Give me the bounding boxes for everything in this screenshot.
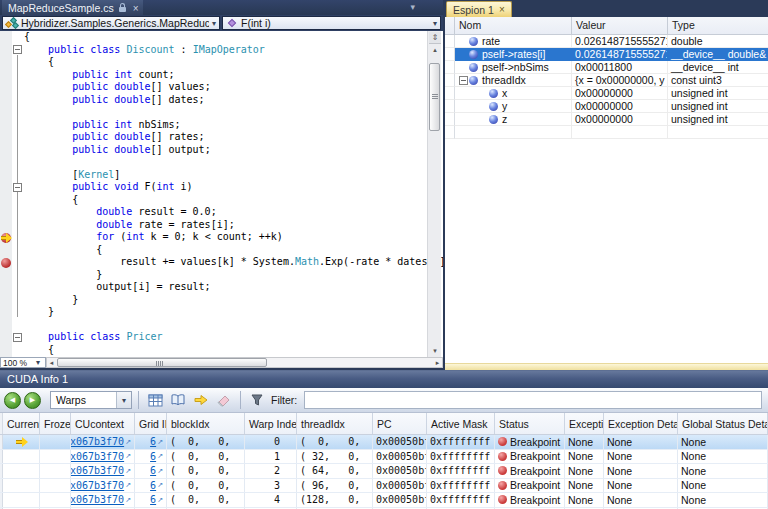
cuda-cell-pc: 0x00050bf8 bbox=[373, 464, 427, 478]
cuda-column-status[interactable]: Status bbox=[495, 413, 565, 434]
watch-row[interactable]: rate0.0261487155552715double bbox=[445, 35, 768, 48]
breakpoint-icon[interactable] bbox=[1, 258, 11, 268]
cuda-cell-mask: 0xffffffff bbox=[427, 435, 495, 449]
cuda-column-thread[interactable]: threadIdx bbox=[297, 413, 373, 434]
cuda-row[interactable]: 0x067b3f70↗6↗( 0, 0, 0)2( 64, 0, 0)0x000… bbox=[0, 464, 768, 479]
cuda-row[interactable]: 0x067b3f70↗6↗( 0, 0, 0)0( 0, 0, 0)0x0005… bbox=[0, 435, 768, 450]
cuda-column-block[interactable]: blockIdx bbox=[167, 413, 245, 434]
gridid-link[interactable]: 6 bbox=[150, 451, 156, 462]
watch-row[interactable]: y0x00000000unsigned int bbox=[445, 100, 768, 113]
goto-link-icon: ↗ bbox=[157, 452, 163, 460]
horizontal-scroll-thumb[interactable] bbox=[57, 358, 267, 367]
goto-link-icon: ↗ bbox=[157, 467, 163, 475]
watch-empty-row[interactable] bbox=[445, 126, 768, 139]
nav-forward-button[interactable]: ▶ bbox=[24, 392, 41, 409]
cuda-column-exc_details[interactable]: Exception Details bbox=[604, 413, 678, 434]
cuda-table: CurrentFrozenCUcontextGrid IDblockIdxWar… bbox=[0, 413, 768, 509]
fold-margin bbox=[12, 31, 24, 357]
scroll-up-icon[interactable]: ▴ bbox=[428, 46, 442, 54]
cuda-cell-global_details: None bbox=[678, 464, 768, 478]
vertical-scroll-thumb[interactable] bbox=[429, 63, 440, 131]
cuda-column-cucontext[interactable]: CUcontext bbox=[71, 413, 135, 434]
member-navigator-dropdown[interactable]: F(int i) ▾ bbox=[222, 16, 441, 30]
breakpoint-gutter[interactable] bbox=[0, 31, 12, 357]
editor-horizontal-scrollbar[interactable]: ◂ ▸ bbox=[46, 357, 443, 368]
watch-tab[interactable]: Espion 1 × bbox=[446, 1, 512, 17]
cuda-cell-thread: (128, 0, 0) bbox=[297, 493, 373, 507]
watch-variable-type: unsigned int bbox=[668, 87, 768, 100]
filter-input[interactable] bbox=[304, 391, 762, 409]
zoom-level-label: 100 % bbox=[3, 358, 27, 368]
cuda-row[interactable]: 0x067b3f70↗6↗( 0, 0, 0)3( 96, 0, 0)0x000… bbox=[0, 479, 768, 494]
filter-label: Filter: bbox=[271, 394, 297, 406]
cuda-column-pc[interactable]: PC bbox=[373, 413, 427, 434]
watch-row[interactable]: x0x00000000unsigned int bbox=[445, 87, 768, 100]
cucontext-link[interactable]: 0x067b3f70 bbox=[71, 451, 124, 462]
cucontext-link[interactable]: 0x067b3f70 bbox=[71, 494, 124, 505]
cuda-cell-current bbox=[3, 464, 40, 478]
cuda-cell-pc: 0x00050bf8 bbox=[373, 435, 427, 449]
book-view-button[interactable] bbox=[168, 390, 188, 410]
nav-back-button[interactable]: ◀ bbox=[4, 392, 21, 409]
cuda-column-exception[interactable]: Exception bbox=[565, 413, 604, 434]
cuda-column-global_details[interactable]: Global Status Details bbox=[678, 413, 768, 434]
watch-variable-value: 0x00011800 bbox=[572, 61, 668, 74]
watch-column-nom[interactable]: Nom bbox=[455, 17, 572, 34]
cuda-header-row: CurrentFrozenCUcontextGrid IDblockIdxWar… bbox=[0, 413, 768, 435]
watch-tab-close-icon[interactable]: × bbox=[499, 4, 505, 15]
watch-row[interactable]: threadIdx{x = 0x00000000, y = 0xconst ui… bbox=[445, 74, 768, 87]
cuda-column-grid[interactable]: Grid ID bbox=[135, 413, 167, 434]
clear-button[interactable] bbox=[214, 390, 234, 410]
editor-vertical-scrollbar[interactable]: ⇕ ▴ ▾ bbox=[427, 31, 441, 357]
cucontext-link[interactable]: 0x067b3f70 bbox=[71, 436, 124, 447]
cuda-cell-status: Breakpoint bbox=[495, 450, 565, 464]
watch-column-type[interactable]: Type bbox=[668, 17, 768, 34]
gridid-link[interactable]: 6 bbox=[150, 465, 156, 476]
cuda-info-panel: CUDA Info 1 ◀ ▶ Warps ▾ bbox=[0, 370, 768, 509]
cuda-row[interactable]: 0x067b3f70↗6↗( 0, 0, 0)1( 32, 0, 0)0x000… bbox=[0, 450, 768, 465]
watch-column-valeur[interactable]: Valeur bbox=[572, 17, 668, 34]
watch-row[interactable]: pself->rates[i]0.0261487155552715__devic… bbox=[445, 48, 768, 61]
view-select[interactable]: Warps ▾ bbox=[50, 391, 132, 409]
scroll-left-icon[interactable]: ◂ bbox=[47, 358, 56, 367]
code-area[interactable]: { public class Discount : IMapOperator {… bbox=[24, 31, 443, 357]
expander-icon[interactable] bbox=[457, 76, 469, 85]
cuda-panel-title[interactable]: CUDA Info 1 bbox=[0, 370, 768, 388]
code-editor[interactable]: { public class Discount : IMapOperator {… bbox=[0, 31, 443, 357]
document-tab-close-icon[interactable]: × bbox=[133, 3, 139, 14]
goto-current-button[interactable] bbox=[191, 390, 211, 410]
cucontext-link[interactable]: 0x067b3f70 bbox=[71, 465, 124, 476]
cuda-column-warp[interactable]: Warp Index bbox=[245, 413, 297, 434]
scroll-right-icon[interactable]: ▸ bbox=[433, 358, 442, 367]
cuda-cell-exc_details: None bbox=[604, 464, 678, 478]
type-navigator-dropdown[interactable]: Hybridizer.Samples.Generics.MapReduce.Di… bbox=[2, 16, 220, 30]
cuda-cell-current bbox=[3, 435, 40, 449]
grid-view-button[interactable] bbox=[145, 390, 165, 410]
zoom-select[interactable]: 100 % ▾ bbox=[0, 357, 46, 368]
cuda-column-current[interactable]: Current bbox=[3, 413, 40, 434]
fold-toggle[interactable] bbox=[13, 45, 22, 54]
document-tab[interactable]: MapReduceSample.cs × bbox=[2, 0, 143, 15]
cuda-row[interactable]: 0x067b3f70↗6↗( 0, 0, 0)4(128, 0, 0)0x000… bbox=[0, 493, 768, 508]
gridid-link[interactable]: 6 bbox=[150, 494, 156, 505]
code-line: { bbox=[24, 56, 443, 69]
splitter-handle-icon[interactable]: ⇕ bbox=[429, 32, 441, 44]
watch-margin-column bbox=[445, 17, 455, 34]
cucontext-link[interactable]: 0x067b3f70 bbox=[71, 480, 124, 491]
tab-list-chevron-icon[interactable]: ▾ bbox=[410, 2, 415, 12]
scroll-down-icon[interactable]: ▾ bbox=[428, 347, 442, 355]
watch-row[interactable]: pself->nbSims0x00011800__device__ int bbox=[445, 61, 768, 74]
status-label: Breakpoint bbox=[510, 450, 560, 462]
watch-row[interactable]: z0x00000000unsigned int bbox=[445, 113, 768, 126]
cuda-cell-block: ( 0, 0, 0) bbox=[167, 450, 245, 464]
editor-bottom-bar: 100 % ▾ ◂ ▸ bbox=[0, 357, 443, 368]
fold-toggle[interactable] bbox=[13, 183, 22, 192]
cuda-cell-frozen bbox=[40, 450, 71, 464]
cuda-cell-status: Breakpoint bbox=[495, 479, 565, 493]
gridid-link[interactable]: 6 bbox=[150, 480, 156, 491]
fold-toggle[interactable] bbox=[13, 333, 22, 342]
cuda-cell-warp: 0 bbox=[245, 435, 297, 449]
cuda-column-frozen[interactable]: Frozen bbox=[40, 413, 71, 434]
cuda-column-mask[interactable]: Active Mask bbox=[427, 413, 495, 434]
gridid-link[interactable]: 6 bbox=[150, 436, 156, 447]
